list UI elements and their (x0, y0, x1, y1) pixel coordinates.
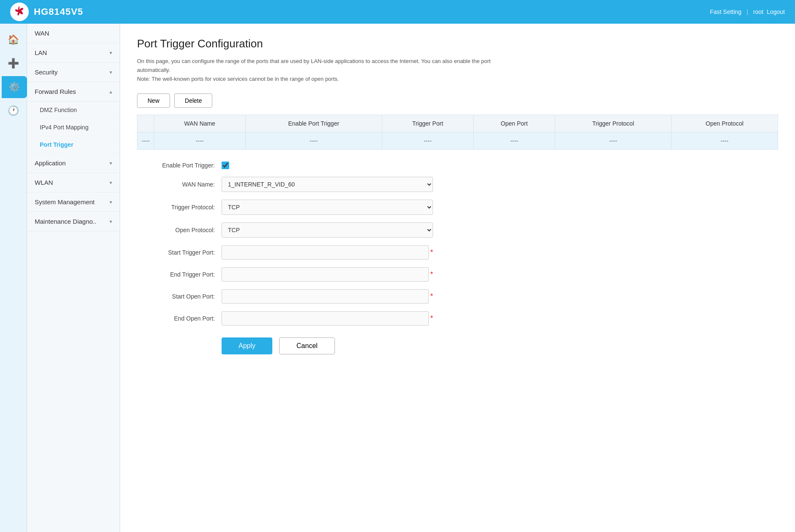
form-actions: Apply Cancel (222, 337, 433, 354)
col-enable-port-trigger: Enable Port Trigger (245, 115, 382, 132)
sidebar-item-port-trigger[interactable]: Port Trigger (27, 136, 120, 154)
nav-clock-icon[interactable]: 🕐 (3, 100, 25, 122)
cell-select: ---- (137, 132, 154, 150)
new-button[interactable]: New (137, 93, 170, 108)
form-row-start-trigger-port: Start Trigger Port: * (137, 245, 433, 260)
huawei-logo (10, 3, 29, 21)
form-row-enable-port-trigger: Enable Port Trigger: (137, 162, 433, 169)
sidebar-item-wan[interactable]: WAN (27, 24, 120, 43)
start-trigger-port-label: Start Trigger Port: (137, 249, 222, 256)
nav-settings-icon[interactable]: ⚙️ (2, 76, 27, 98)
form-row-trigger-protocol: Trigger Protocol: TCP UDP TCP/UDP (137, 200, 433, 215)
form-row-start-open-port: Start Open Port: * (137, 289, 433, 304)
page-description: On this page, you can configure the rang… (137, 57, 501, 83)
end-trigger-port-input[interactable] (222, 267, 429, 282)
sidebar-item-lan[interactable]: LAN ▾ (27, 43, 120, 63)
enable-port-trigger-label: Enable Port Trigger: (137, 162, 222, 169)
trigger-protocol-label: Trigger Protocol: (137, 204, 222, 211)
cell-open-port: ---- (473, 132, 555, 150)
topnav-left: HG8145V5 (10, 3, 83, 21)
form-row-end-open-port: End Open Port: * (137, 311, 433, 326)
end-trigger-port-required: * (430, 271, 433, 278)
col-wan-name: WAN Name (154, 115, 246, 132)
form-section: Enable Port Trigger: WAN Name: 1_INTERNE… (137, 162, 433, 354)
end-open-port-required: * (430, 315, 433, 322)
col-trigger-protocol: Trigger Protocol (555, 115, 671, 132)
delete-button[interactable]: Delete (174, 93, 212, 108)
topnav-title: HG8145V5 (34, 6, 83, 17)
form-row-wan-name: WAN Name: 1_INTERNET_R_VID_60 (137, 177, 433, 192)
wan-name-label: WAN Name: (137, 181, 222, 188)
application-chevron-icon: ▾ (110, 160, 112, 166)
maintenance-chevron-icon: ▾ (110, 219, 112, 225)
form-row-end-trigger-port: End Trigger Port: * (137, 267, 433, 282)
cell-trigger-protocol: ---- (555, 132, 671, 150)
start-open-port-label: Start Open Port: (137, 293, 222, 300)
forward-rules-chevron-icon: ▴ (110, 89, 112, 95)
trigger-protocol-select[interactable]: TCP UDP TCP/UDP (222, 200, 433, 215)
sidebar-item-forward-rules[interactable]: Forward Rules ▴ (27, 82, 120, 101)
start-trigger-port-required: * (430, 249, 433, 256)
end-open-port-input[interactable] (222, 311, 429, 326)
system-management-chevron-icon: ▾ (110, 199, 112, 205)
nav-plus-icon[interactable]: ➕ (3, 52, 25, 74)
col-select (137, 115, 154, 132)
sidebar: WAN LAN ▾ Security ▾ Forward Rules ▴ DMZ… (27, 24, 120, 532)
icon-nav: 🏠 ➕ ⚙️ 🕐 (0, 24, 27, 532)
cell-enable-port-trigger: ---- (245, 132, 382, 150)
end-trigger-port-label: End Trigger Port: (137, 271, 222, 278)
sidebar-item-security[interactable]: Security ▾ (27, 63, 120, 82)
logout-link[interactable]: Logout (767, 8, 785, 15)
apply-button[interactable]: Apply (222, 337, 272, 354)
sidebar-item-dmz[interactable]: DMZ Function (27, 101, 120, 119)
end-open-port-label: End Open Port: (137, 315, 222, 322)
content-area: Port Trigger Configuration On this page,… (120, 24, 795, 532)
table-row: ---- ---- ---- ---- ---- ---- ---- (137, 132, 778, 150)
cell-wan-name: ---- (154, 132, 246, 150)
user-link[interactable]: root (753, 8, 763, 15)
start-open-port-required: * (430, 293, 433, 300)
topnav: HG8145V5 Fast Setting | root Logout (0, 0, 795, 24)
wan-name-select[interactable]: 1_INTERNET_R_VID_60 (222, 177, 433, 192)
topnav-right: Fast Setting | root Logout (710, 8, 785, 15)
cancel-button[interactable]: Cancel (279, 337, 335, 354)
nav-home-icon[interactable]: 🏠 (3, 29, 25, 51)
form-row-open-protocol: Open Protocol: TCP UDP TCP/UDP (137, 222, 433, 238)
wlan-chevron-icon: ▾ (110, 180, 112, 186)
col-trigger-port: Trigger Port (382, 115, 474, 132)
security-chevron-icon: ▾ (110, 69, 112, 75)
cell-open-protocol: ---- (671, 132, 778, 150)
open-protocol-label: Open Protocol: (137, 227, 222, 233)
col-open-protocol: Open Protocol (671, 115, 778, 132)
sidebar-item-maintenance[interactable]: Maintenance Diagno.. ▾ (27, 212, 120, 231)
toolbar: New Delete (137, 93, 778, 108)
lan-chevron-icon: ▾ (110, 50, 112, 56)
enable-port-trigger-checkbox[interactable] (222, 162, 229, 169)
start-trigger-port-input[interactable] (222, 245, 429, 260)
col-open-port: Open Port (473, 115, 555, 132)
sidebar-item-system-management[interactable]: System Management ▾ (27, 192, 120, 212)
main-layout: 🏠 ➕ ⚙️ 🕐 WAN LAN ▾ Security ▾ Forward Ru… (0, 24, 795, 532)
sidebar-item-wlan[interactable]: WLAN ▾ (27, 173, 120, 192)
config-table: WAN Name Enable Port Trigger Trigger Por… (137, 115, 778, 150)
sidebar-item-application[interactable]: Application ▾ (27, 154, 120, 173)
sidebar-item-ipv4-port-mapping[interactable]: IPv4 Port Mapping (27, 119, 120, 136)
fast-setting-link[interactable]: Fast Setting (710, 8, 742, 15)
cell-trigger-port: ---- (382, 132, 474, 150)
open-protocol-select[interactable]: TCP UDP TCP/UDP (222, 222, 433, 238)
page-title: Port Trigger Configuration (137, 37, 778, 50)
start-open-port-input[interactable] (222, 289, 429, 304)
